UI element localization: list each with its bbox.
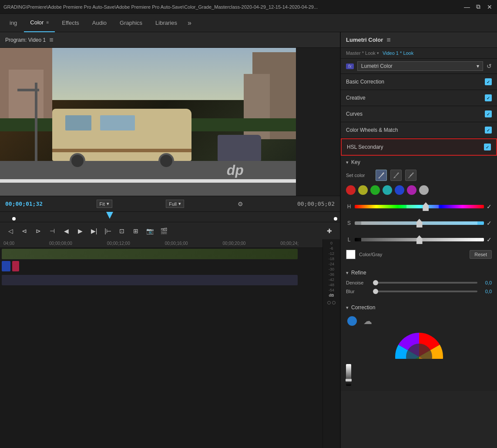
settings-icon[interactable]: ⚙ — [238, 201, 243, 207]
title-text: GRADING\Premiere\Adobe Premiere Pro Auto… — [3, 4, 463, 10]
nav-item-audio[interactable]: Audio — [86, 14, 113, 32]
transport-controls: ◁ ⊲ ⊳ ⊣ ◀ ▶ ▶| |⊢ ⊡ ⊞ 📷 🎬 ✚ — [0, 222, 340, 239]
playhead-end-marker — [334, 217, 337, 221]
overwrite-button[interactable]: ⊞ — [130, 225, 142, 237]
curves-header[interactable]: Curves ✓ — [341, 106, 497, 122]
blur-value: 0,0 — [481, 289, 492, 294]
nav-item-graphics[interactable]: Graphics — [114, 14, 148, 32]
look-tabs: Master * Look ▾ Video 1 * Look — [341, 48, 497, 59]
go-to-out-button[interactable]: |⊢ — [102, 225, 114, 237]
play-button[interactable]: ▶ — [74, 225, 86, 237]
track-strip-v2 — [0, 274, 340, 286]
mark-clip-button[interactable]: ⊳ — [32, 225, 44, 237]
swatch-blue[interactable] — [395, 185, 404, 195]
swatch-cyan[interactable] — [383, 185, 392, 195]
color-wheels-check[interactable]: ✓ — [485, 127, 492, 134]
s-check[interactable]: ✓ — [487, 220, 492, 227]
denoise-value: 0,0 — [481, 280, 492, 285]
cloud-icon[interactable]: ☁ — [362, 315, 374, 327]
eyedropper-button-2[interactable] — [390, 170, 402, 181]
insert-button[interactable]: ⊡ — [116, 225, 128, 237]
monitor-header: Program: Video 1 ≡ — [0, 32, 340, 48]
color-clip-blue[interactable] — [2, 261, 10, 271]
vu-dot-2 — [332, 301, 336, 304]
swatch-gray[interactable] — [419, 185, 429, 195]
monitor-menu-icon[interactable]: ≡ — [49, 36, 53, 44]
eyedropper-button-1[interactable] — [376, 170, 387, 181]
l-check[interactable]: ✓ — [487, 236, 492, 243]
master-look-arrow: ▾ — [377, 51, 379, 55]
mark-in-button[interactable]: ◁ — [4, 225, 17, 237]
video-preview: dp — [0, 48, 296, 196]
left-panel: Program: Video 1 ≡ — [0, 32, 340, 448]
basic-correction-header[interactable]: Basic Correction ✓ — [341, 74, 497, 90]
color-wheel-container — [346, 327, 492, 362]
playhead-bar[interactable] — [0, 211, 340, 222]
denoise-slider[interactable] — [376, 282, 477, 284]
vu-label-18: -18 — [329, 257, 334, 261]
key-collapse-icon[interactable]: ▾ — [346, 160, 349, 165]
refine-collapse-icon[interactable]: ▾ — [346, 270, 349, 276]
circle-blue-icon[interactable] — [346, 315, 358, 327]
correction-header: ▾ Correction — [346, 304, 492, 311]
nav-more-button[interactable]: » — [184, 19, 195, 27]
close-button[interactable]: ✕ — [486, 3, 494, 11]
lumetri-menu-icon[interactable]: ≡ — [386, 36, 390, 44]
nav-item-editing[interactable]: ing — [3, 14, 23, 32]
video-clip-1[interactable] — [2, 249, 298, 259]
creative-check[interactable]: ✓ — [485, 94, 492, 101]
add-marker-button[interactable]: ✚ — [323, 225, 336, 237]
color-clip-red[interactable] — [12, 261, 19, 271]
color-wheels-header[interactable]: Color Wheels & Match ✓ — [341, 122, 497, 138]
correction-vertical-slider[interactable] — [346, 364, 351, 386]
fit-dropdown[interactable]: Fit ▾ — [97, 200, 112, 208]
video1-look-tab[interactable]: Video 1 * Look — [383, 50, 413, 56]
swatch-purple[interactable] — [407, 185, 416, 195]
export-button[interactable]: 📷 — [144, 225, 156, 237]
restore-button[interactable]: ⧉ — [474, 3, 482, 11]
step-forward-button[interactable]: ▶| — [88, 225, 100, 237]
render-button[interactable]: 🎬 — [158, 225, 170, 237]
step-back-button[interactable]: ◀ — [60, 225, 72, 237]
quality-dropdown[interactable]: Full ▾ — [166, 200, 184, 208]
nav-item-effects[interactable]: Effects — [56, 14, 85, 32]
swatch-yellow[interactable] — [358, 185, 368, 195]
nav-item-libraries[interactable]: Libraries — [149, 14, 183, 32]
go-to-in-button[interactable]: ⊣ — [46, 225, 58, 237]
h-check[interactable]: ✓ — [487, 203, 492, 210]
refine-title: Refine — [351, 270, 366, 276]
correction-sliders — [346, 362, 492, 388]
curves-check[interactable]: ✓ — [485, 110, 492, 117]
vu-label-6: -6 — [329, 246, 333, 251]
playhead-marker[interactable] — [106, 212, 113, 219]
color-wheel[interactable] — [393, 331, 445, 359]
l-label: L — [346, 237, 352, 243]
eyedropper-button-3[interactable] — [405, 170, 416, 181]
master-look-tab[interactable]: Master * Look ▾ — [346, 50, 379, 56]
blur-slider[interactable] — [376, 291, 477, 292]
nav-item-color[interactable]: Color ≡ — [24, 14, 55, 32]
video-clip-2[interactable] — [2, 275, 298, 285]
fx-reset-button[interactable]: ↺ — [487, 63, 492, 70]
h-slider[interactable] — [355, 200, 484, 213]
color-preview[interactable] — [346, 250, 356, 259]
hsl-secondary-check[interactable]: ✓ — [484, 144, 491, 150]
swatch-green[interactable] — [370, 185, 380, 195]
l-slider-row: L ✓ — [346, 233, 492, 246]
curves-title: Curves — [346, 111, 363, 117]
effect-dropdown[interactable]: Lumetri Color ▾ — [357, 61, 483, 71]
correction-section: ▾ Correction ☁ — [341, 301, 497, 391]
creative-header[interactable]: Creative ✓ — [341, 90, 497, 106]
s-slider[interactable] — [355, 217, 484, 230]
reset-button[interactable]: Reset — [470, 250, 492, 259]
vu-meter: 0 -6 -12 -18 -24 -30 -36 -42 -48 -54 dB — [322, 239, 340, 448]
basic-correction-check[interactable]: ✓ — [485, 78, 492, 85]
minimize-button[interactable]: — — [463, 3, 471, 11]
mark-out-button[interactable]: ⊲ — [18, 225, 30, 237]
program-monitor: Program: Video 1 ≡ — [0, 32, 340, 239]
swatch-red[interactable] — [346, 185, 356, 195]
correction-collapse-icon[interactable]: ▾ — [346, 305, 349, 311]
fx-row: fx Lumetri Color ▾ ↺ — [341, 59, 497, 74]
hsl-secondary-header[interactable]: HSL Secondary ✓ — [342, 139, 496, 155]
l-slider[interactable] — [355, 233, 484, 246]
